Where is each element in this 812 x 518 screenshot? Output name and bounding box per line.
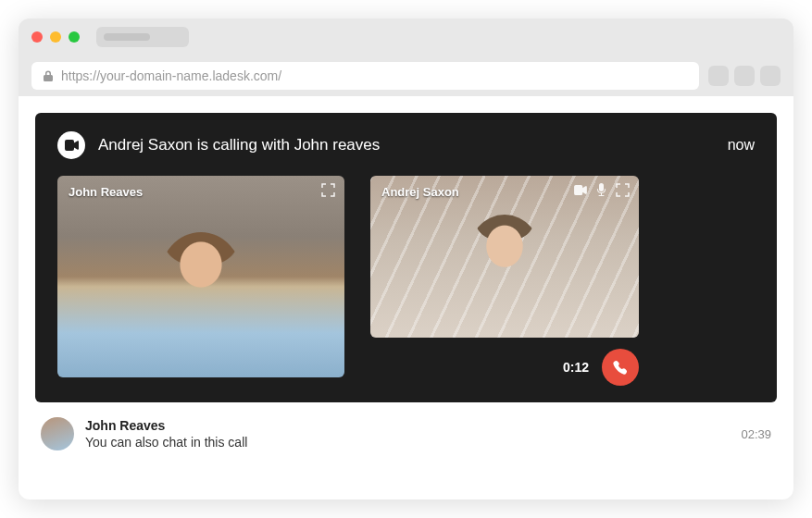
browser-window: https://your-domain-name.ladesk.com/ And… xyxy=(19,18,793,500)
call-title: Andrej Saxon is calling with John reaves xyxy=(98,136,380,154)
window-controls xyxy=(31,31,80,43)
extension-button[interactable] xyxy=(734,66,755,86)
chat-body: John Reaves You can also chat in this ca… xyxy=(85,418,730,450)
call-header: Andrej Saxon is calling with John reaves… xyxy=(57,131,755,159)
extension-button[interactable] xyxy=(760,66,781,86)
browser-tab[interactable] xyxy=(96,27,189,47)
video-tile-remote[interactable]: John Reaves xyxy=(57,176,344,377)
chat-sender-name: John Reaves xyxy=(85,418,730,433)
video-feed-andrej xyxy=(370,176,639,338)
chat-message-text: You can also chat in this call xyxy=(85,435,730,450)
address-text: https://your-domain-name.ladesk.com/ xyxy=(61,68,281,83)
call-title-wrap: Andrej Saxon is calling with John reaves xyxy=(57,131,380,159)
extension-button[interactable] xyxy=(708,66,729,86)
video-icon xyxy=(64,140,79,151)
minimize-window-button[interactable] xyxy=(50,31,61,43)
hangup-button[interactable] xyxy=(602,349,639,386)
participant-label: John Reaves xyxy=(69,185,143,199)
video-call-panel: Andrej Saxon is calling with John reaves… xyxy=(35,113,777,402)
browser-tab-row xyxy=(19,18,793,56)
call-status: now xyxy=(728,137,755,154)
toolbar-extension-group xyxy=(708,66,781,86)
maximize-window-button[interactable] xyxy=(69,31,80,43)
tile-controls-self xyxy=(573,183,630,197)
avatar xyxy=(41,417,74,450)
video-call-badge xyxy=(57,131,85,159)
call-duration: 0:12 xyxy=(563,360,589,375)
page-content: Andrej Saxon is calling with John reaves… xyxy=(19,96,793,500)
fullscreen-icon[interactable] xyxy=(616,183,630,197)
address-bar[interactable]: https://your-domain-name.ladesk.com/ xyxy=(31,62,699,90)
tile-controls-remote xyxy=(321,183,335,197)
browser-address-row: https://your-domain-name.ladesk.com/ xyxy=(19,56,793,96)
chat-message-row: John Reaves You can also chat in this ca… xyxy=(19,402,793,465)
tab-label-placeholder xyxy=(104,33,150,41)
close-window-button[interactable] xyxy=(31,31,43,43)
video-row: John Reaves Andrej Saxon xyxy=(57,176,755,386)
video-icon[interactable] xyxy=(573,185,587,195)
mic-icon[interactable] xyxy=(596,183,606,197)
video-feed-john xyxy=(57,176,344,377)
video-col-self: Andrej Saxon 0:12 xyxy=(370,176,639,386)
video-tile-self[interactable]: Andrej Saxon xyxy=(370,176,639,338)
participant-label: Andrej Saxon xyxy=(381,185,459,199)
call-footer: 0:12 xyxy=(370,349,639,386)
lock-icon xyxy=(43,69,54,82)
phone-hangup-icon xyxy=(611,358,630,376)
chat-timestamp: 02:39 xyxy=(741,427,771,441)
fullscreen-icon[interactable] xyxy=(321,183,335,197)
